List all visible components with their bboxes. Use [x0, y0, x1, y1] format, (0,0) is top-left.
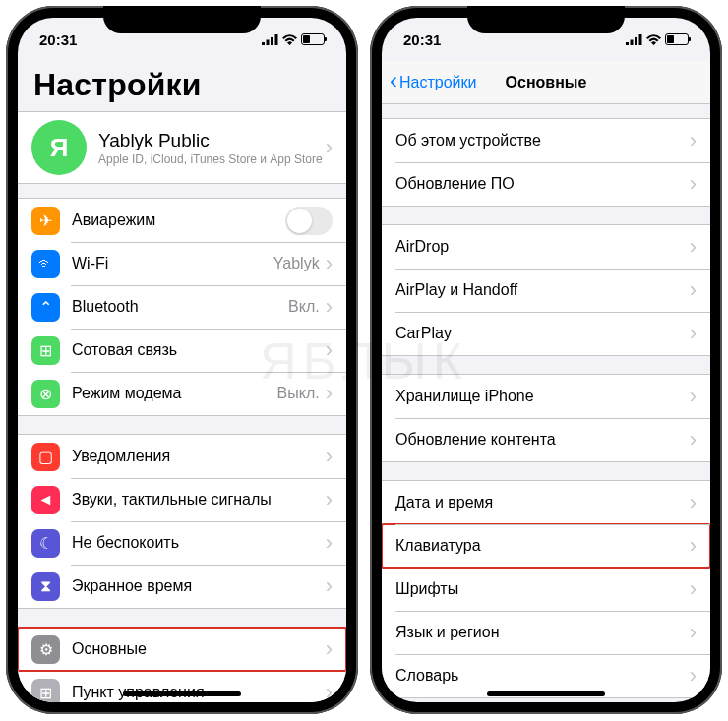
- cellular-signal-icon: [626, 34, 642, 45]
- back-button[interactable]: ‹ Настройки: [390, 72, 476, 92]
- settings-row-режим-модема[interactable]: ⊗Режим модемаВыкл.›: [18, 372, 346, 415]
- settings-row-хранилище-iphone[interactable]: Хранилище iPhone›: [382, 375, 710, 418]
- chevron-right-icon: ›: [690, 622, 697, 643]
- row-label: Сотовая связь: [72, 341, 326, 359]
- wifi-status-icon: [646, 34, 661, 45]
- svg-rect-5: [631, 39, 634, 45]
- settings-row-airplay-и-handoff[interactable]: AirPlay и Handoff›: [382, 269, 710, 312]
- row-label: CarPlay: [395, 325, 690, 342]
- screen-general: 20:31 ‹ Настройки Основные Об этом устро…: [382, 18, 710, 702]
- sounds-icon: ◄: [31, 486, 60, 514]
- home-indicator: [487, 691, 605, 696]
- chevron-right-icon: ›: [690, 535, 697, 557]
- airplane-icon: ✈: [31, 207, 60, 235]
- status-icons: [626, 33, 689, 45]
- page-title: Настройки: [18, 61, 346, 111]
- settings-row-сотовая-связь[interactable]: ⊞Сотовая связь›: [18, 329, 346, 372]
- settings-row-клавиатура[interactable]: Клавиатура›: [382, 524, 710, 568]
- chevron-right-icon: ›: [690, 279, 697, 301]
- row-label: AirDrop: [395, 238, 690, 256]
- row-label: Об этом устройстве: [395, 132, 690, 150]
- home-indicator: [123, 691, 241, 696]
- chevron-right-icon: ›: [326, 137, 333, 158]
- datetime-group: Дата и время›Клавиатура›Шрифты›Язык и ре…: [382, 480, 710, 698]
- status-icons: [262, 33, 325, 45]
- chevron-right-icon: ›: [326, 532, 333, 554]
- chevron-right-icon: ›: [690, 173, 697, 195]
- settings-row-wi-fi[interactable]: ᯤWi-FiYablyk›: [18, 242, 346, 285]
- settings-row-не-беспокоить[interactable]: ☾Не беспокоить›: [18, 521, 346, 565]
- chevron-right-icon: ›: [690, 578, 697, 600]
- nav-bar: ‹ Настройки Основные: [382, 61, 710, 104]
- chevron-right-icon: ›: [690, 130, 697, 151]
- row-label: Обновление ПО: [395, 175, 690, 193]
- settings-row-об-этом-устройстве[interactable]: Об этом устройстве›: [382, 119, 710, 162]
- settings-row-уведомления[interactable]: ▢Уведомления›: [18, 435, 346, 478]
- notifications-group: ▢Уведомления›◄Звуки, тактильные сигналы›…: [18, 434, 346, 609]
- battery-icon: [301, 33, 325, 45]
- chevron-right-icon: ›: [690, 386, 697, 407]
- row-label: Уведомления: [72, 448, 326, 465]
- row-label: Хранилище iPhone: [395, 388, 690, 405]
- chevron-right-icon: ›: [326, 446, 333, 467]
- airdrop-group: AirDrop›AirPlay и Handoff›CarPlay›: [382, 224, 710, 356]
- row-label: Bluetooth: [72, 298, 288, 316]
- settings-row-airdrop[interactable]: AirDrop›: [382, 225, 710, 269]
- storage-group: Хранилище iPhone›Обновление контента›: [382, 374, 710, 462]
- settings-row-основные[interactable]: ⚙Основные›: [18, 628, 346, 671]
- chevron-right-icon: ›: [326, 489, 333, 511]
- nav-title: Основные: [506, 74, 587, 91]
- status-time: 20:31: [39, 31, 77, 48]
- svg-rect-2: [271, 37, 273, 45]
- row-label: Не беспокоить: [72, 534, 326, 552]
- chevron-right-icon: ›: [326, 296, 333, 318]
- settings-row-bluetooth[interactable]: ⌃BluetoothВкл.›: [18, 285, 346, 329]
- settings-row-обновление-по[interactable]: Обновление ПО›: [382, 162, 710, 206]
- svg-rect-7: [639, 34, 642, 45]
- chevron-right-icon: ›: [326, 682, 333, 702]
- avatar: Я: [31, 120, 87, 175]
- row-label: Wi-Fi: [72, 255, 273, 272]
- hotspot-icon: ⊗: [31, 380, 60, 408]
- settings-row-язык-и-регион[interactable]: Язык и регион›: [382, 611, 710, 654]
- row-label: Язык и регион: [395, 624, 690, 641]
- chevron-right-icon: ›: [690, 236, 697, 258]
- screen-settings: 20:31 Настройки Я Yablyk Public Apple ID…: [18, 18, 346, 702]
- svg-rect-0: [262, 42, 265, 45]
- phone-left: 20:31 Настройки Я Yablyk Public Apple ID…: [6, 6, 358, 714]
- notch: [467, 6, 625, 33]
- toggle-switch[interactable]: [285, 207, 333, 235]
- control-center-icon: ⊞: [31, 679, 60, 703]
- apple-id-group: Я Yablyk Public Apple ID, iCloud, iTunes…: [18, 111, 346, 184]
- row-label: Звуки, тактильные сигналы: [72, 491, 326, 509]
- settings-row-шрифты[interactable]: Шрифты›: [382, 568, 710, 611]
- settings-row-обновление-контента[interactable]: Обновление контента›: [382, 418, 710, 461]
- row-label: Словарь: [395, 667, 690, 685]
- chevron-right-icon: ›: [690, 492, 697, 513]
- notch: [103, 6, 261, 33]
- apple-id-row[interactable]: Я Yablyk Public Apple ID, iCloud, iTunes…: [18, 112, 346, 183]
- settings-row-звуки,-тактильные-сигналы[interactable]: ◄Звуки, тактильные сигналы›: [18, 478, 346, 521]
- about-group: Об этом устройстве›Обновление ПО›: [382, 118, 710, 207]
- row-value: Выкл.: [277, 385, 320, 402]
- settings-row-пункт-управления[interactable]: ⊞Пункт управления›: [18, 671, 346, 702]
- row-value: Yablyk: [273, 255, 320, 272]
- battery-icon: [665, 33, 689, 45]
- row-label: Авиарежим: [72, 211, 285, 229]
- apple-id-name: Yablyk Public: [98, 130, 326, 151]
- settings-row-авиарежим[interactable]: ✈Авиарежим: [18, 199, 346, 242]
- settings-row-экранное-время[interactable]: ⧗Экранное время›: [18, 565, 346, 608]
- row-label: Дата и время: [395, 494, 690, 511]
- chevron-right-icon: ›: [690, 323, 697, 344]
- wifi-status-icon: [282, 34, 297, 45]
- svg-rect-6: [635, 37, 637, 45]
- row-label: Основные: [72, 640, 326, 658]
- apple-id-subtitle: Apple ID, iCloud, iTunes Store и App Sto…: [98, 152, 326, 166]
- row-label: Шрифты: [395, 580, 690, 598]
- dnd-icon: ☾: [31, 529, 60, 558]
- notifications-icon: ▢: [31, 443, 60, 471]
- chevron-right-icon: ›: [690, 665, 697, 687]
- cellular-signal-icon: [262, 34, 278, 45]
- settings-row-carplay[interactable]: CarPlay›: [382, 312, 710, 355]
- settings-row-дата-и-время[interactable]: Дата и время›: [382, 481, 710, 524]
